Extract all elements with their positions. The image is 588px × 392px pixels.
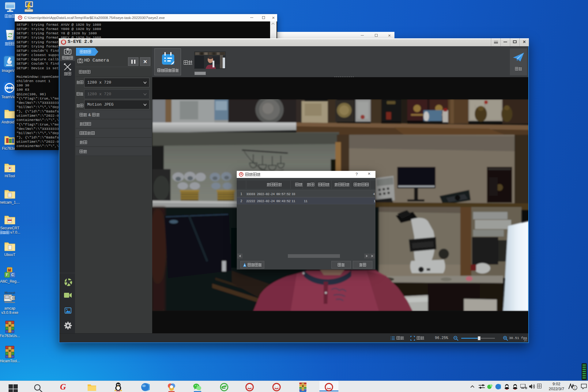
svg-text:1: 1 — [574, 386, 576, 390]
svg-text:F: F — [6, 273, 8, 277]
svg-text:C: C — [11, 273, 14, 277]
svg-text:Microsoft: Microsoft — [4, 291, 15, 294]
svg-text:M: M — [8, 268, 11, 272]
